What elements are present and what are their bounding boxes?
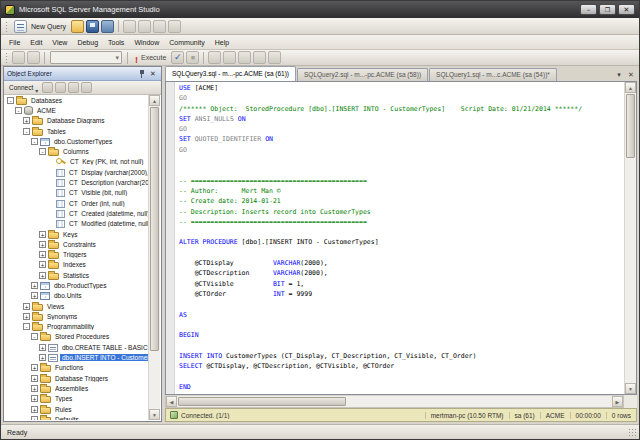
disconnect-icon[interactable] (42, 82, 53, 93)
expand-icon[interactable] (31, 395, 38, 402)
tree-item[interactable]: Columns (5, 146, 148, 156)
cancel-query-icon[interactable] (186, 51, 199, 64)
code-line[interactable]: GO (179, 93, 623, 103)
code-line[interactable]: @CTVisible BIT = 1, (179, 279, 623, 289)
code-editor[interactable]: USE [ACME]GO/****** Object: StoredProced… (179, 83, 623, 394)
code-line[interactable]: GO (179, 124, 623, 134)
panel-close-icon[interactable] (148, 69, 158, 79)
tree-item[interactable]: Tables (5, 126, 148, 136)
code-line[interactable] (179, 320, 623, 330)
code-line[interactable] (179, 155, 623, 165)
tree-item[interactable]: CT_Visible (bit, null) (5, 188, 148, 198)
expand-icon[interactable] (31, 385, 38, 392)
expand-icon[interactable] (31, 292, 38, 299)
scroll-up-icon[interactable] (149, 95, 160, 106)
code-line[interactable]: SELECT @CTDisplay, @CTDescription, @CTVi… (179, 361, 623, 371)
tree-item[interactable]: Database Diagrams (5, 116, 148, 126)
tree-item[interactable]: CT_Created (datetime, null) (5, 208, 148, 218)
scrollbar-thumb[interactable] (178, 397, 346, 406)
save-icon[interactable] (86, 20, 99, 33)
resize-grip-icon[interactable] (628, 428, 637, 437)
maximize-button[interactable] (599, 4, 616, 15)
code-line[interactable]: -- Description: Inserts record into Cust… (179, 207, 623, 217)
tree-item[interactable]: Synonyms (5, 311, 148, 321)
collapse-icon[interactable] (31, 333, 38, 340)
close-document-icon[interactable] (625, 69, 637, 81)
code-line[interactable] (179, 227, 623, 237)
document-tab[interactable]: SQLQuery2.sql - m...-pc.ACME (sa (58)) (297, 68, 428, 81)
pin-icon[interactable] (137, 69, 147, 79)
collapse-icon[interactable] (15, 107, 22, 114)
expand-icon[interactable] (31, 416, 38, 420)
selection-margin[interactable] (166, 82, 175, 394)
object-explorer-scrollbar[interactable] (148, 95, 160, 420)
code-line[interactable]: -- Create date: 2014-01-21 (179, 196, 623, 206)
tree-item[interactable]: Constraints (5, 239, 148, 249)
tree-item[interactable]: Triggers (5, 249, 148, 259)
tree-item[interactable]: dbo.CustomerTypes (5, 136, 148, 146)
code-line[interactable] (179, 165, 623, 175)
toolbar-grip[interactable] (5, 21, 9, 32)
expand-icon[interactable] (31, 406, 38, 413)
code-line[interactable]: END (179, 382, 623, 392)
properties-window-icon[interactable] (168, 20, 181, 33)
expand-icon[interactable] (31, 282, 38, 289)
tree-item[interactable]: Views (5, 301, 148, 311)
code-line[interactable] (179, 299, 623, 309)
expand-icon[interactable] (39, 241, 46, 248)
editor-vertical-scrollbar[interactable] (624, 82, 636, 394)
available-databases-combo[interactable] (50, 51, 122, 64)
code-line[interactable]: ALTER PROCEDURE [dbo].[INSERT INTO - Cus… (179, 237, 623, 247)
collapse-icon[interactable] (7, 97, 14, 104)
filter-icon[interactable] (81, 82, 92, 93)
connect-database-icon[interactable] (12, 51, 25, 64)
tree-item[interactable]: Stored Procedures (5, 332, 148, 342)
tree-item[interactable]: Databases (5, 95, 148, 105)
open-file-icon[interactable] (71, 20, 84, 33)
tree-item[interactable]: CT_Modified (datetime, null) (5, 219, 148, 229)
expand-icon[interactable] (39, 261, 46, 268)
outdent-icon[interactable] (268, 51, 281, 64)
tree-item[interactable]: CT_Key (PK, int, not null) (5, 157, 148, 167)
expand-icon[interactable] (39, 231, 46, 238)
comment-out-icon[interactable] (223, 51, 236, 64)
tree-item[interactable]: Statistics (5, 270, 148, 280)
tree-item[interactable]: Indexes (5, 260, 148, 270)
code-line[interactable]: -- Author: Mert Man © (179, 186, 623, 196)
expand-icon[interactable] (39, 354, 46, 361)
code-line[interactable]: SET QUOTED_IDENTIFIER ON (179, 134, 623, 144)
stop-icon[interactable] (55, 82, 66, 93)
tree-item[interactable]: Programmability (5, 322, 148, 332)
scroll-down-icon[interactable] (149, 409, 160, 420)
tree-item[interactable]: ACME (5, 105, 148, 115)
code-line[interactable]: BEGIN (179, 330, 623, 340)
close-button[interactable] (618, 4, 635, 15)
parse-query-icon[interactable] (171, 51, 184, 64)
active-files-dropdown-icon[interactable] (613, 69, 625, 81)
expand-icon[interactable] (31, 364, 38, 371)
expand-icon[interactable] (23, 117, 30, 124)
menu-tools[interactable]: Tools (103, 37, 129, 48)
menu-community[interactable]: Community (164, 37, 209, 48)
scroll-right-icon[interactable] (612, 396, 623, 407)
change-connection-icon[interactable] (27, 51, 40, 64)
registered-servers-icon[interactable] (123, 20, 136, 33)
code-line[interactable] (179, 248, 623, 258)
expand-icon[interactable] (39, 272, 46, 279)
code-line[interactable]: @CTDisplay VARCHAR(2000), (179, 258, 623, 268)
code-line[interactable]: GO (179, 145, 623, 155)
menu-file[interactable]: File (4, 37, 25, 48)
menu-window[interactable]: Window (129, 37, 164, 48)
code-line[interactable]: SET ANSI_NULLS ON (179, 114, 623, 124)
tree-item[interactable]: Defaults (5, 414, 148, 420)
scroll-down-icon[interactable] (625, 383, 636, 394)
tree-item[interactable]: Types (5, 394, 148, 404)
expand-icon[interactable] (31, 375, 38, 382)
collapse-icon[interactable] (23, 323, 30, 330)
tree-item[interactable]: Database Triggers (5, 373, 148, 383)
expand-icon[interactable] (39, 251, 46, 258)
code-line[interactable]: @CTDescription VARCHAR(2000), (179, 268, 623, 278)
code-line[interactable] (179, 371, 623, 381)
code-line[interactable]: -- =====================================… (179, 217, 623, 227)
minimize-button[interactable] (580, 4, 597, 15)
